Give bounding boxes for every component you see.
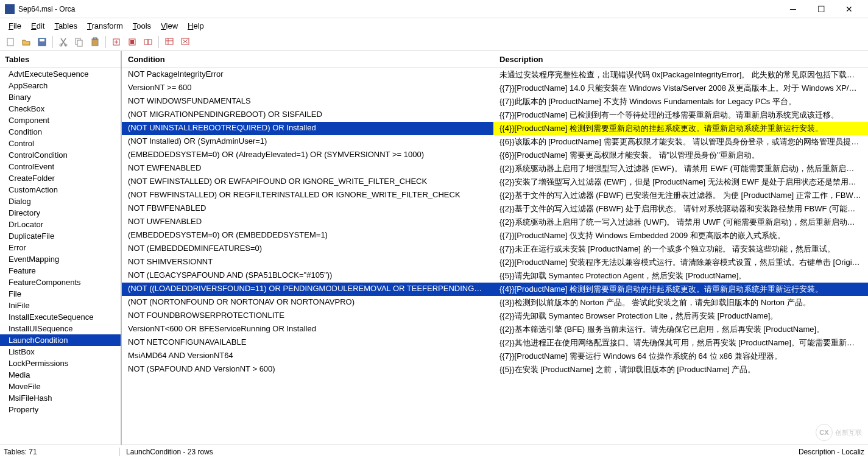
- cell-condition[interactable]: VersionNT >= 600: [122, 82, 493, 95]
- cell-condition[interactable]: NOT PackageIntegrityError: [122, 68, 493, 82]
- cell-description[interactable]: {{2}}基于文件的写入过滤器 (FBWF) 已安装但无注册表过滤器。 为使 […: [493, 189, 868, 202]
- table-item[interactable]: CustomAction: [0, 184, 121, 196]
- table-add-icon[interactable]: [163, 35, 176, 49]
- cell-condition[interactable]: NOT (SPAFOUND AND VersionNT > 600): [122, 363, 493, 376]
- table-item[interactable]: File: [0, 288, 121, 300]
- cell-description[interactable]: {{2}}[ProductName] 安装程序无法以兼容模式运行。请清除兼容模式…: [493, 256, 868, 269]
- grid-body[interactable]: NOT PackageIntegrityError未通过安装程序完整性检查，出现…: [122, 68, 868, 445]
- cell-condition[interactable]: (NOT (NORTONFOUND OR NORTONAV OR NORTONA…: [122, 296, 493, 309]
- save-icon[interactable]: [35, 35, 49, 49]
- menu-tables[interactable]: Tables: [49, 20, 82, 32]
- table-item[interactable]: Error: [0, 242, 121, 253]
- table-item[interactable]: AdvtExecuteSequence: [0, 68, 121, 80]
- grid-row[interactable]: (NOT Installed) OR (SymAdminUser=1){{6}}…: [122, 135, 868, 149]
- grid-row[interactable]: VersionNT<600 OR BFEServiceRunning OR In…: [122, 323, 868, 336]
- grid-row[interactable]: NOT FBWFENABLED{{2}}基于文件的写入过滤器 (FBWF) 处于…: [122, 202, 868, 216]
- cell-description[interactable]: {{7}}此版本的 [ProductName] 不支持 Windows Fund…: [493, 95, 868, 108]
- table-item[interactable]: InstallUISequence: [0, 323, 121, 334]
- cell-condition[interactable]: (EMBEDDEDSYSTEM=0) OR (EMBEDDEDSYSTEM=1): [122, 229, 493, 242]
- cell-condition[interactable]: (EMBEDDEDSYSTEM=0) OR (AlreadyElevated=1…: [122, 149, 493, 162]
- copy-icon[interactable]: [72, 35, 86, 49]
- cell-description[interactable]: {{2}}请先卸载 Symantec Browser Protection Li…: [493, 309, 868, 323]
- cell-description[interactable]: {{5}}在安装 [ProductName] 之前，请卸载旧版本的 [Produ…: [493, 363, 868, 376]
- tables-list[interactable]: AdvtExecuteSequenceAppSearchBinaryCheckB…: [0, 68, 121, 445]
- col-header-description[interactable]: Description: [493, 51, 868, 68]
- grid-row[interactable]: NOT FOUNDBROWSERPROTECTIONLITE{{2}}请先卸载 …: [122, 309, 868, 323]
- grid-row[interactable]: (NOT (NORTONFOUND OR NORTONAV OR NORTONA…: [122, 296, 868, 309]
- grid-row[interactable]: (NOT UNINSTALLREBOOTREQUIRED) OR Install…: [122, 122, 868, 135]
- col-header-condition[interactable]: Condition: [122, 51, 493, 68]
- menu-file[interactable]: File: [4, 20, 26, 32]
- table-item[interactable]: Control: [0, 138, 121, 149]
- merge-icon[interactable]: [141, 35, 155, 49]
- table-item[interactable]: Binary: [0, 91, 121, 103]
- table-item[interactable]: DuplicateFile: [0, 230, 121, 242]
- cell-description[interactable]: {{7}}[ProductName] 已检测到有一个等待处理的迁移需要重新启动。…: [493, 108, 868, 122]
- menu-edit[interactable]: Edit: [26, 20, 49, 32]
- cell-description[interactable]: {{6}}[ProductName] 需要更高权限才能安装。 请"以管理员身份"…: [493, 149, 868, 162]
- table-item[interactable]: Dialog: [0, 196, 121, 207]
- cell-condition[interactable]: (NOT FBWFINSTALLED) OR REGFILTERINSTALLE…: [122, 189, 493, 202]
- table-item[interactable]: IniFile: [0, 300, 121, 311]
- table-item[interactable]: ControlEvent: [0, 161, 121, 172]
- table-item[interactable]: CreateFolder: [0, 172, 121, 184]
- table-item[interactable]: DrLocator: [0, 219, 121, 230]
- table-item[interactable]: MsiFileHash: [0, 392, 121, 404]
- cell-condition[interactable]: NOT WINDOWSFUNDAMENTALS: [122, 95, 493, 108]
- cell-description[interactable]: {{2}}系统驱动器上启用了统一写入过滤器 (UWF)。 请禁用 UWF (可能…: [493, 216, 868, 229]
- cell-condition[interactable]: (NOT MIGRATIONPENDINGREBOOT) OR SISFAILE…: [122, 108, 493, 122]
- table-item[interactable]: Feature: [0, 265, 121, 277]
- table-item[interactable]: LaunchCondition: [0, 334, 121, 346]
- cell-description[interactable]: {{6}}该版本的 [ProductName] 需要更高权限才能安装。 请以管理…: [493, 135, 868, 149]
- grid-row[interactable]: NOT SHIMVERSIONNT{{2}}[ProductName] 安装程序…: [122, 256, 868, 269]
- cell-description[interactable]: {{4}}[ProductName] 检测到需要重新启动的挂起系统更改。请重新启…: [493, 122, 868, 135]
- grid-row[interactable]: NOT WINDOWSFUNDAMENTALS{{7}}此版本的 [Produc…: [122, 95, 868, 108]
- grid-row[interactable]: NOT UWFENABLED{{2}}系统驱动器上启用了统一写入过滤器 (UWF…: [122, 216, 868, 229]
- cell-description[interactable]: {{2}}安装了增强型写入过滤器 (EWF)，但是 [ProductName] …: [493, 175, 868, 189]
- cell-condition[interactable]: (NOT ((LOADEDDRIVERSFOUND=11) OR PENDING…: [122, 283, 493, 296]
- cell-description[interactable]: {{3}}检测到以前版本的 Norton 产品。 尝试此安装之前，请先卸载旧版本…: [493, 296, 868, 309]
- cell-condition[interactable]: NOT (EMBEDDEDMINFEATURES=0): [122, 242, 493, 256]
- cell-description[interactable]: {{7}}未正在运行或未安装 [ProductName] 的一个或多个独立功能。…: [493, 242, 868, 256]
- grid-row[interactable]: VersionNT >= 600{{7}}[ProductName] 14.0 …: [122, 82, 868, 95]
- maximize-button[interactable]: ☐: [807, 0, 835, 18]
- cell-condition[interactable]: NOT FOUNDBROWSERPROTECTIONLITE: [122, 309, 493, 323]
- cell-description[interactable]: {{2}}基本筛选引擎 (BFE) 服务当前未运行。请先确保它已启用，然后再安装…: [493, 323, 868, 336]
- cell-condition[interactable]: VersionNT<600 OR BFEServiceRunning OR In…: [122, 323, 493, 336]
- table-item[interactable]: LockPermissions: [0, 358, 121, 369]
- close-button[interactable]: ✕: [835, 0, 863, 18]
- cell-condition[interactable]: NOT UWFENABLED: [122, 216, 493, 229]
- cell-description[interactable]: {{2}}系统驱动器上启用了增强型写入过滤器 (EWF)。 请禁用 EWF (可…: [493, 162, 868, 175]
- table-item[interactable]: EventMapping: [0, 253, 121, 265]
- cell-description[interactable]: {{5}}请先卸载 Symantec Protection Agent，然后安装…: [493, 269, 868, 283]
- cut-icon[interactable]: [57, 35, 70, 49]
- grid-row[interactable]: (EMBEDDEDSYSTEM=0) OR (AlreadyElevated=1…: [122, 149, 868, 162]
- table-item[interactable]: ControlCondition: [0, 149, 121, 161]
- table-item[interactable]: CheckBox: [0, 103, 121, 114]
- paste-icon[interactable]: [88, 35, 102, 49]
- menu-transform[interactable]: Transform: [82, 20, 128, 32]
- grid-row[interactable]: (EMBEDDEDSYSTEM=0) OR (EMBEDDEDSYSTEM=1)…: [122, 229, 868, 242]
- cell-description[interactable]: {{7}}[ProductName] 仅支持 Windows Embedded …: [493, 229, 868, 242]
- menu-tools[interactable]: Tools: [128, 20, 156, 32]
- grid-row[interactable]: NOT (SPAFOUND AND VersionNT > 600){{5}}在…: [122, 363, 868, 376]
- cell-condition[interactable]: NOT SHIMVERSIONNT: [122, 256, 493, 269]
- table-item[interactable]: ListBox: [0, 346, 121, 358]
- cell-condition[interactable]: (NOT UNINSTALLREBOOTREQUIRED) OR Install…: [122, 122, 493, 135]
- export-icon[interactable]: [125, 35, 139, 49]
- table-item[interactable]: Media: [0, 369, 121, 381]
- cell-condition[interactable]: NOT (LEGACYSPAFOUND AND (SPA51BLOCK="#10…: [122, 269, 493, 283]
- grid-row[interactable]: NOT (LEGACYSPAFOUND AND (SPA51BLOCK="#10…: [122, 269, 868, 283]
- grid-row[interactable]: NOT (EMBEDDEDMINFEATURES=0){{7}}未正在运行或未安…: [122, 242, 868, 256]
- grid-row[interactable]: (NOT ((LOADEDDRIVERSFOUND=11) OR PENDING…: [122, 283, 868, 296]
- table-item[interactable]: InstallExecuteSequence: [0, 311, 121, 323]
- new-file-icon[interactable]: [4, 35, 17, 49]
- cell-condition[interactable]: NOT EWFENABLED: [122, 162, 493, 175]
- cell-description[interactable]: {{7}}[ProductName] 需要运行 Windows 64 位操作系统…: [493, 350, 868, 363]
- cell-condition[interactable]: NOT NETCONFIGUNAVAILABLE: [122, 336, 493, 350]
- table-item[interactable]: FeatureComponents: [0, 277, 121, 288]
- grid-row[interactable]: NOT EWFENABLED{{2}}系统驱动器上启用了增强型写入过滤器 (EW…: [122, 162, 868, 175]
- grid-row[interactable]: (NOT FBWFINSTALLED) OR REGFILTERINSTALLE…: [122, 189, 868, 202]
- cell-condition[interactable]: (NOT Installed) OR (SymAdminUser=1): [122, 135, 493, 149]
- table-item[interactable]: Condition: [0, 126, 121, 138]
